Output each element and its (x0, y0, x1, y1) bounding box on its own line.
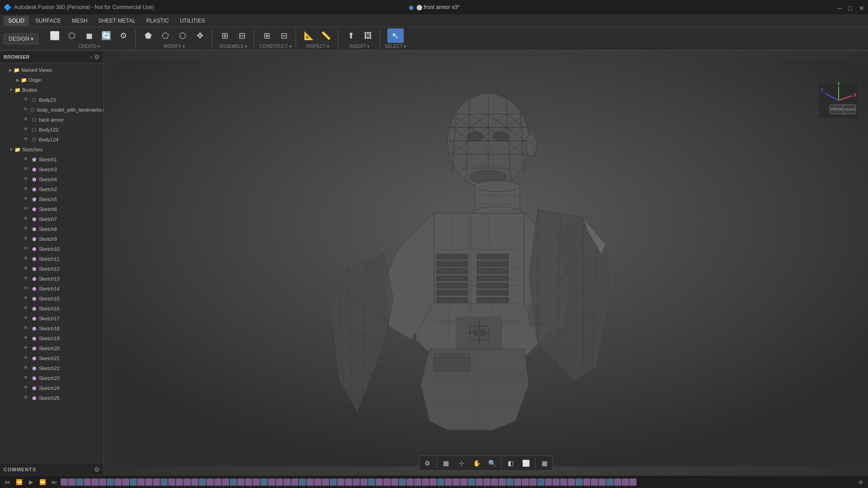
browser-item-sketch23[interactable]: 👁 ⬟ Sketch23 (0, 373, 104, 383)
browser-item-body124[interactable]: 👁 ⬡ Body124 (0, 135, 104, 145)
browser-item-sketch1[interactable]: 👁 ⬟ Sketch1 (0, 155, 104, 164)
minimize-btn[interactable]: ─ (837, 5, 843, 10)
timeline-skip-end[interactable]: ⏭ (49, 477, 60, 487)
timeline-item[interactable] (391, 479, 398, 486)
browser-item-sketch5[interactable]: 👁 ⬟ Sketch5 (0, 194, 104, 204)
timeline-item[interactable] (514, 479, 521, 486)
timeline-item[interactable] (406, 479, 414, 486)
inspect-btn-1[interactable]: 📐 (301, 28, 317, 43)
timeline-item[interactable] (207, 479, 214, 486)
timeline-item[interactable] (130, 479, 137, 486)
timeline-item[interactable] (629, 479, 637, 486)
browser-item-named-views[interactable]: ▶ 📁 Named Views (0, 65, 104, 75)
timeline-item[interactable] (499, 479, 506, 486)
timeline-item[interactable] (383, 479, 391, 486)
browser-item-body-model[interactable]: 👁 ⬡ body_model_with_landmarks.c... (0, 105, 104, 115)
browser-item-sketch24[interactable]: 👁 ⬟ Sketch24 (0, 383, 104, 393)
timeline-prev[interactable]: ⏪ (14, 477, 24, 487)
browser-item-sketch21[interactable]: 👁 ⬟ Sketch21 (0, 353, 104, 363)
tab-surface[interactable]: SURFACE (31, 16, 66, 26)
timeline-item[interactable] (145, 479, 152, 486)
timeline-item[interactable] (191, 479, 198, 486)
timeline-item[interactable] (76, 479, 83, 486)
timeline-play[interactable]: ▶ (25, 477, 36, 487)
snap-btn[interactable]: ⊹ (454, 457, 469, 469)
timeline-item[interactable] (345, 479, 352, 486)
timeline-item[interactable] (453, 479, 460, 486)
create-btn-3[interactable]: ◼ (81, 28, 97, 43)
timeline-expand-btn[interactable]: ⊕ (855, 477, 866, 487)
zoom-btn[interactable]: 🔍 (485, 457, 500, 469)
timeline-item[interactable] (260, 479, 268, 486)
browser-item-sketch6[interactable]: 👁 ⬟ Sketch6 (0, 204, 104, 214)
tab-mesh[interactable]: MESH (67, 16, 92, 26)
timeline-item[interactable] (153, 479, 160, 486)
timeline-item[interactable] (276, 479, 283, 486)
browser-item-sketch18[interactable]: 👁 ⬟ Sketch18 (0, 324, 104, 333)
timeline-item[interactable] (568, 479, 575, 486)
timeline-item[interactable] (537, 479, 544, 486)
browser-item-origin[interactable]: ▶ 📁 Origin (0, 75, 104, 85)
timeline-skip-start[interactable]: ⏮ (2, 477, 13, 487)
browser-item-sketch3[interactable]: 👁 ⬟ Sketch3 (0, 164, 104, 174)
timeline-item[interactable] (214, 479, 222, 486)
inspect-btn-2[interactable]: 📏 (318, 28, 334, 43)
inspect-label[interactable]: INSPECT ▾ (306, 44, 329, 49)
timeline-item[interactable] (268, 479, 275, 486)
pan-btn[interactable]: ✋ (470, 457, 484, 469)
browser-item-sketch12[interactable]: 👁 ⬟ Sketch12 (0, 264, 104, 274)
timeline-item[interactable] (353, 479, 360, 486)
viewport[interactable]: X Y Z FRONT RIGHT ⚙ (104, 51, 868, 475)
create-btn-4[interactable]: 🔄 (98, 28, 114, 43)
browser-item-sketch7[interactable]: 👁 ⬟ Sketch7 (0, 214, 104, 224)
timeline-item[interactable] (529, 479, 537, 486)
browser-item-sketch2[interactable]: 👁 ⬟ Sketch2 (0, 184, 104, 194)
timeline-item[interactable] (422, 479, 429, 486)
assemble-btn-2[interactable]: ⊟ (234, 28, 250, 43)
browser-item-sketch19[interactable]: 👁 ⬟ Sketch19 (0, 333, 104, 343)
timeline-item[interactable] (522, 479, 529, 486)
timeline-item[interactable] (245, 479, 252, 486)
select-btn-1[interactable]: ↖ (387, 28, 404, 43)
timeline-item[interactable] (253, 479, 260, 486)
modify-btn-2[interactable]: ⬠ (157, 28, 174, 43)
insert-btn-2[interactable]: 🖼 (360, 28, 376, 43)
tab-plastic[interactable]: PLASTIC (142, 16, 174, 26)
create-label[interactable]: CREATE ▾ (79, 44, 100, 49)
timeline-item[interactable] (376, 479, 383, 486)
timeline-item[interactable] (160, 479, 168, 486)
insert-btn-1[interactable]: ⬆ (343, 28, 359, 43)
timeline-item[interactable] (437, 479, 444, 486)
timeline-item[interactable] (552, 479, 560, 486)
tab-solid[interactable]: SOLID (4, 16, 29, 26)
timeline-item[interactable] (614, 479, 621, 486)
timeline-item[interactable] (599, 479, 606, 486)
modify-btn-4[interactable]: ✥ (192, 28, 208, 43)
construct-label[interactable]: CONSTRUCT ▾ (259, 44, 291, 49)
timeline-item[interactable] (460, 479, 467, 486)
timeline-item[interactable] (61, 479, 68, 486)
assemble-btn-1[interactable]: ⊞ (217, 28, 233, 43)
timeline-item[interactable] (230, 479, 237, 486)
timeline-item[interactable] (84, 479, 91, 486)
view-mode-btn[interactable]: ◧ (504, 457, 518, 469)
browser-item-sketch25[interactable]: 👁 ⬟ Sketch25 (0, 393, 104, 403)
timeline-item[interactable] (314, 479, 321, 486)
timeline-item[interactable] (299, 479, 306, 486)
browser-item-sketch8[interactable]: 👁 ⬟ Sketch8 (0, 224, 104, 234)
timeline-item[interactable] (491, 479, 498, 486)
timeline-item[interactable] (560, 479, 567, 486)
timeline-item[interactable] (414, 479, 421, 486)
timeline-item[interactable] (107, 479, 114, 486)
timeline-item[interactable] (622, 479, 629, 486)
browser-item-sketch17[interactable]: 👁 ⬟ Sketch17 (0, 314, 104, 324)
timeline-item[interactable] (483, 479, 491, 486)
timeline-item[interactable] (291, 479, 298, 486)
browser-item-sketch22[interactable]: 👁 ⬟ Sketch22 (0, 363, 104, 373)
browser-item-sketch13[interactable]: 👁 ⬟ Sketch13 (0, 274, 104, 284)
assemble-label[interactable]: ASSEMBLE ▾ (219, 44, 247, 49)
insert-label[interactable]: INSERT ▾ (349, 44, 369, 49)
timeline-item[interactable] (322, 479, 329, 486)
browser-item-body122[interactable]: 👁 ⬡ Body122 (0, 125, 104, 135)
timeline-item[interactable] (506, 479, 514, 486)
